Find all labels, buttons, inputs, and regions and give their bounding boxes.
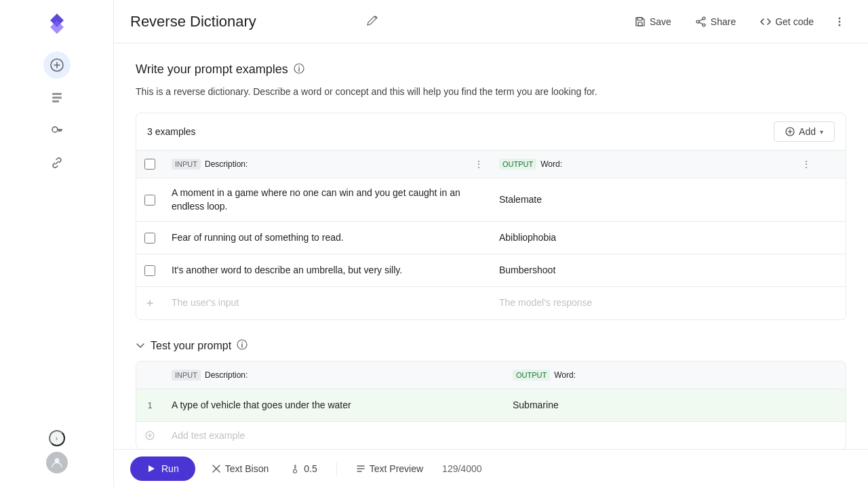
temperature-value: 0.5: [304, 463, 317, 474]
row-3-checkbox[interactable]: [144, 265, 155, 276]
sidebar: ›: [0, 0, 114, 487]
col-checkbox-header: [136, 159, 163, 170]
placeholder-input[interactable]: The user's input: [163, 288, 491, 318]
token-count: 129/4000: [442, 463, 481, 474]
add-btn-dropdown-icon: ▾: [820, 128, 823, 136]
sidebar-history-btn[interactable]: [43, 84, 71, 111]
test-row-1: 1 A type of vehicle that goes under the …: [136, 389, 846, 422]
sidebar-link-btn[interactable]: [43, 149, 71, 176]
svg-rect-106: [52, 97, 62, 99]
bottom-toolbar: Run Text Bison 0.5 Text Previ: [114, 449, 868, 487]
svg-point-115: [696, 20, 699, 23]
history-icon: [50, 91, 64, 104]
page-title: Reverse Dictionary: [130, 13, 359, 31]
svg-marker-129: [149, 465, 155, 472]
preview-label: Text Preview: [370, 463, 423, 474]
sidebar-icons: [0, 52, 113, 176]
main-content: Reverse Dictionary Save: [114, 0, 868, 487]
svg-rect-107: [52, 100, 59, 102]
input-col-header: INPUT Description: ⋮: [163, 156, 491, 172]
row-1-checkbox[interactable]: [144, 195, 155, 206]
plus-small-icon: [145, 298, 155, 308]
logo-container: [45, 11, 69, 38]
test-table: INPUT Description: OUTPUT Word: 1 A type…: [136, 361, 846, 449]
row-3-output[interactable]: Bumbershoot: [491, 256, 818, 286]
preview-selector[interactable]: Text Preview: [351, 459, 429, 478]
add-btn-container: Add ▾: [774, 121, 835, 142]
test-row-1-output[interactable]: Submarine: [505, 391, 846, 421]
row-2-output[interactable]: Abibliophobia: [491, 223, 818, 253]
edit-title-btn[interactable]: [367, 14, 379, 29]
examples-table: 3 examples Add ▾: [136, 113, 846, 320]
sidebar-collapse-btn[interactable]: ›: [49, 430, 65, 446]
add-test-row[interactable]: Add test example: [136, 422, 846, 449]
table-row: It's another word to describe an umbrell…: [136, 254, 846, 287]
row-checkbox-1: [136, 195, 163, 206]
output-badge: OUTPUT: [499, 159, 536, 170]
test-row-1-input[interactable]: A type of vehicle that goes under the wa…: [163, 391, 505, 421]
preview-icon: [356, 464, 366, 473]
section-title-text: Write your prompt examples: [136, 62, 288, 77]
key-icon: [50, 123, 64, 137]
info-circle-icon: [294, 63, 304, 74]
row-1-output[interactable]: Stalemate: [491, 185, 818, 215]
test-section-title: Test your prompt: [136, 339, 846, 353]
content-area: Write your prompt examples This is a rev…: [114, 43, 868, 449]
row-1-input[interactable]: A moment in a game where no one can win …: [163, 178, 491, 221]
svg-point-120: [839, 24, 841, 26]
svg-point-108: [52, 127, 58, 132]
info-icon[interactable]: [294, 63, 304, 77]
row-3-input[interactable]: It's another word to describe an umbrell…: [163, 256, 491, 286]
temperature-icon: [290, 464, 300, 473]
output-col-menu-icon[interactable]: ⋮: [802, 159, 810, 169]
test-info-icon[interactable]: [237, 339, 248, 353]
app-logo: [45, 11, 69, 35]
svg-rect-111: [638, 22, 642, 26]
input-badge: INPUT: [172, 159, 201, 170]
run-button[interactable]: Run: [130, 456, 195, 481]
model-icon: [212, 464, 221, 473]
table-header-row: 3 examples Add ▾: [136, 113, 846, 151]
select-all-checkbox[interactable]: [144, 159, 155, 170]
row-2-checkbox[interactable]: [144, 233, 155, 244]
save-button[interactable]: Save: [624, 11, 682, 33]
model-selector[interactable]: Text Bison: [206, 459, 275, 478]
examples-count: 3 examples: [147, 126, 196, 137]
table-row: A moment in a game where no one can win …: [136, 178, 846, 222]
plus-icon: [785, 127, 795, 136]
input-col-menu-icon[interactable]: ⋮: [475, 159, 483, 169]
add-test-cell[interactable]: Add test example: [163, 425, 505, 446]
more-icon: [833, 16, 846, 28]
model-label: Text Bison: [225, 463, 269, 474]
add-example-btn[interactable]: Add ▾: [774, 121, 835, 142]
info-circle-icon-2: [237, 339, 248, 350]
sidebar-add-btn[interactable]: [43, 52, 71, 79]
svg-point-114: [703, 24, 705, 26]
test-section: Test your prompt INPUT Description:: [136, 339, 846, 449]
svg-point-127: [241, 342, 243, 343]
output-col-header: OUTPUT Word: ⋮: [491, 156, 818, 172]
svg-rect-105: [52, 93, 62, 95]
test-output-col-header: OUTPUT Word:: [505, 367, 846, 383]
more-options-btn[interactable]: [827, 9, 852, 34]
test-input-col-label: Description:: [205, 370, 248, 380]
add-row-icon[interactable]: [136, 298, 163, 308]
row-2-input[interactable]: Fear of running out of something to read…: [163, 223, 491, 253]
collapse-icon[interactable]: [136, 340, 145, 352]
test-row-1-num: 1: [136, 400, 163, 410]
svg-point-123: [298, 65, 300, 66]
examples-section: Write your prompt examples This is a rev…: [136, 62, 846, 320]
test-col-headers: INPUT Description: OUTPUT Word:: [136, 362, 846, 389]
section-title: Write your prompt examples: [136, 62, 846, 77]
share-button[interactable]: Share: [685, 11, 747, 33]
get-code-button[interactable]: Get code: [749, 11, 825, 33]
share-icon: [696, 16, 707, 27]
row-checkbox-3: [136, 265, 163, 276]
svg-rect-112: [637, 18, 642, 20]
pencil-icon: [367, 14, 379, 26]
avatar[interactable]: [46, 452, 68, 473]
col-headers: INPUT Description: ⋮ OUTPUT Word: ⋮: [136, 151, 846, 178]
sidebar-keys-btn[interactable]: [43, 117, 71, 144]
output-col-label: Word:: [540, 159, 562, 169]
temperature-selector[interactable]: 0.5: [285, 459, 322, 478]
